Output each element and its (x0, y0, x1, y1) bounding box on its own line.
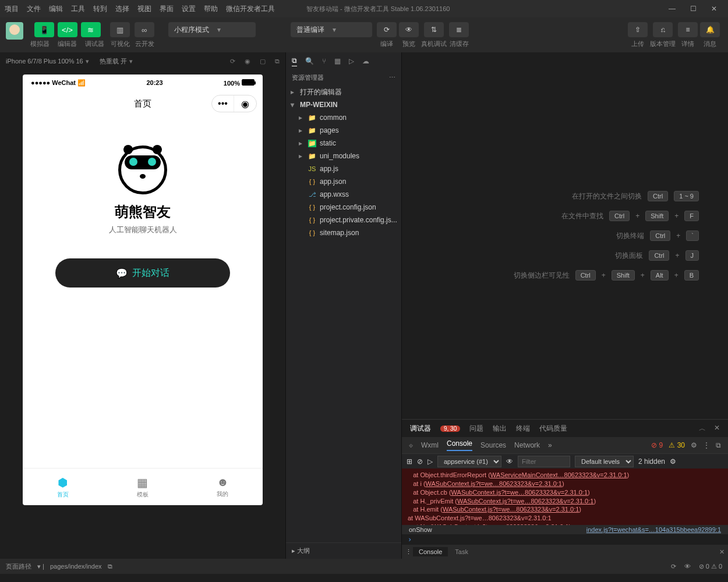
tab-terminal[interactable]: 终端 (516, 424, 530, 434)
gear-icon[interactable]: ⚙ (691, 441, 697, 449)
devtab-wxml[interactable]: Wxml (421, 441, 439, 449)
debug-icon[interactable]: ▷ (349, 57, 354, 65)
error-count[interactable]: ⊘ 9 (651, 441, 663, 449)
tree-section[interactable]: ▸打开的编辑器 (286, 86, 401, 98)
tree-item[interactable]: JSapp.js (286, 162, 401, 175)
menu-item[interactable]: 界面 (160, 4, 174, 14)
hidden-count[interactable]: 2 hidden (638, 457, 665, 466)
warn-count[interactable]: ⚠ 30 (669, 441, 685, 449)
eye-icon[interactable]: 👁 (684, 563, 691, 570)
tree-item[interactable]: ▸📁static (286, 137, 401, 150)
context-select[interactable]: appservice (#1) (437, 456, 501, 467)
extensions-icon[interactable]: ▦ (334, 57, 341, 65)
menu-item[interactable]: 编辑 (49, 4, 63, 14)
devtab-sources[interactable]: Sources (480, 441, 506, 449)
start-chat-button[interactable]: 💬开始对话 (55, 258, 230, 288)
close-icon[interactable]: ✕ (719, 548, 725, 556)
sync-icon[interactable]: ⟳ (671, 563, 676, 570)
bottom-tab-task[interactable]: Task (449, 547, 474, 556)
device-info[interactable]: iPhone 6/7/8 Plus 100% 16 (6, 58, 83, 65)
tab-home[interactable]: ⬢首页 (23, 469, 103, 505)
menu-item[interactable]: 转到 (93, 4, 107, 14)
bottom-tab-console[interactable]: Console (413, 547, 448, 556)
menu-item[interactable]: 项目 (5, 4, 19, 14)
refresh-icon[interactable]: ⟳ (230, 58, 235, 65)
menu-icon[interactable]: ⋮ (703, 441, 710, 449)
more-icon[interactable]: ⋯ (389, 74, 395, 81)
message-button[interactable]: 🔔 (700, 22, 720, 37)
mode-select[interactable]: 小程序模式 (168, 22, 256, 37)
detail-button[interactable]: ≡ (678, 22, 698, 37)
search-icon[interactable]: 🔍 (305, 57, 314, 65)
clear-icon[interactable]: ⊘ (417, 457, 423, 466)
tree-item[interactable]: ⎇app.wxss (286, 188, 401, 201)
tree-item[interactable]: ▸📁common (286, 111, 401, 124)
visual-button[interactable]: ▥ (110, 22, 130, 37)
minimize-icon[interactable]: — (663, 2, 681, 16)
page-path[interactable]: pages/index/index (50, 563, 102, 570)
devtab-console[interactable]: Console (447, 439, 472, 451)
editor-button[interactable]: </> (58, 22, 77, 37)
phone-icon[interactable]: ▢ (260, 58, 266, 65)
more-icon[interactable]: ••• (212, 95, 234, 112)
more-tabs-icon[interactable]: » (548, 441, 552, 449)
console-prompt[interactable]: › (402, 534, 728, 545)
tree-item[interactable]: ▸📁uni_modules (286, 150, 401, 162)
remote-debug-button[interactable]: ⇅ (424, 22, 444, 37)
tab-debugger[interactable]: 调试器 (410, 424, 431, 434)
tree-item[interactable]: ▸📁pages (286, 124, 401, 137)
tab-problems[interactable]: 问题 (469, 424, 483, 434)
menu-item[interactable]: 视图 (137, 4, 151, 14)
levels-select[interactable]: Default levels (575, 456, 634, 467)
menu-icon[interactable]: ⋮ (405, 548, 412, 556)
tab-output[interactable]: 输出 (493, 424, 507, 434)
tree-item[interactable]: { }app.json (286, 175, 401, 188)
tree-item[interactable]: { }project.config.json (286, 201, 401, 214)
outline-section[interactable]: ▸ 大纲 (286, 542, 401, 559)
gear-icon[interactable]: ⚙ (670, 457, 676, 466)
compile-button[interactable]: ⟳ (377, 22, 397, 37)
sidebar-toggle-icon[interactable]: ⊞ (407, 457, 412, 466)
close-icon[interactable]: ✕ (705, 2, 723, 16)
menu-item[interactable]: 微信开发者工具 (226, 4, 275, 14)
menu-item[interactable]: 帮助 (204, 4, 218, 14)
dock-icon[interactable]: ⧉ (716, 441, 721, 449)
cloud-button[interactable]: ∞ (135, 22, 154, 37)
chevron-up-icon[interactable]: ︿ (699, 424, 706, 434)
hotreload-toggle[interactable]: 热重载 开 (100, 57, 127, 66)
tree-item[interactable]: { }project.private.config.js... (286, 214, 401, 226)
eye-icon[interactable]: 👁 (506, 457, 513, 466)
close-icon[interactable]: ✕ (714, 424, 720, 434)
preview-button[interactable]: 👁 (399, 22, 419, 37)
tree-item[interactable]: { }sitemap.json (286, 226, 401, 239)
tree-root[interactable]: ▾MP-WEIXIN (286, 98, 401, 111)
target-icon[interactable]: ◉ (234, 95, 256, 112)
maximize-icon[interactable]: ☐ (684, 2, 702, 16)
copy-icon[interactable]: ⧉ (108, 563, 112, 570)
record-icon[interactable]: ◉ (245, 58, 250, 65)
compile-select[interactable]: 普通编译 (291, 22, 372, 37)
console-output[interactable]: at Object.thirdErrorReport (WAServiceMai… (402, 469, 728, 525)
diagnostics[interactable]: ⊘ 0 ⚠ 0 (699, 563, 722, 570)
simulator-button[interactable]: 📱 (34, 22, 54, 37)
clear-cache-button[interactable]: ≣ (449, 22, 469, 37)
copy-icon[interactable]: ⧉ (275, 58, 280, 65)
menu-item[interactable]: 选择 (115, 4, 129, 14)
tab-mine[interactable]: ☻我的 (183, 469, 263, 505)
explorer-icon[interactable]: ⧉ (292, 56, 297, 66)
upload-button[interactable]: ⇧ (628, 22, 648, 37)
play-icon[interactable]: ▷ (427, 457, 433, 466)
debugger-button[interactable]: ≋ (81, 22, 101, 37)
tab-quality[interactable]: 代码质量 (539, 424, 567, 434)
avatar[interactable] (6, 22, 23, 40)
cloud-icon[interactable]: ☁ (362, 57, 369, 65)
version-button[interactable]: ⎌ (653, 22, 673, 37)
menu-item[interactable]: 工具 (71, 4, 85, 14)
mini-program-capsule[interactable]: •••◉ (211, 95, 257, 112)
branch-icon[interactable]: ⑂ (322, 57, 326, 65)
inspect-icon[interactable]: ⟐ (409, 441, 413, 449)
tab-template[interactable]: ▦模板 (103, 469, 182, 505)
filter-input[interactable] (518, 456, 570, 467)
menu-item[interactable]: 设置 (182, 4, 196, 14)
devtab-network[interactable]: Network (514, 441, 540, 449)
